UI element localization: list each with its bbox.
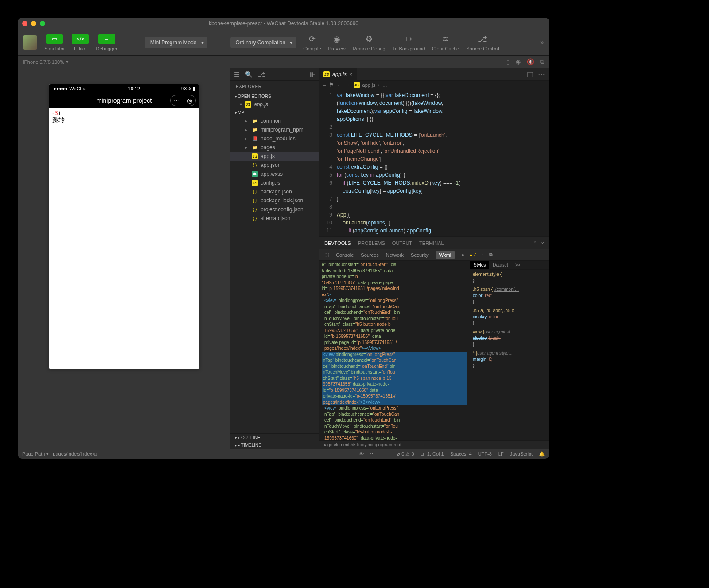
devtab-output[interactable]: OUTPUT xyxy=(392,240,412,246)
spaces-item[interactable]: Spaces: 4 xyxy=(450,451,472,457)
file-app.wxss[interactable]: ☗app.wxss xyxy=(230,170,319,178)
devtab-terminal[interactable]: TERMINAL xyxy=(419,240,444,246)
devtools-panel: DEVTOOLSPROBLEMSOUTPUTTERMINAL⌃× ⬚Consol… xyxy=(319,236,549,449)
bell-icon[interactable]: 🔔 xyxy=(539,451,545,457)
file-pages[interactable]: ▸📁pages xyxy=(230,143,319,152)
file-config.js[interactable]: JSconfig.js xyxy=(230,178,319,187)
simulator-panel: ●●●●● WeChat 16:12 93% ▮ miniprogram-pro… xyxy=(18,68,230,449)
file-app.json[interactable]: { }app.json xyxy=(230,161,319,170)
window-title: kbone-template-preact - WeChat Devtools … xyxy=(18,20,549,27)
editor-tabs: JSapp.js× ◫ ⋯ xyxy=(319,68,549,81)
eol-item[interactable]: LF xyxy=(498,451,504,457)
file-project.config.json[interactable]: { }project.config.json xyxy=(230,205,319,214)
device-icon[interactable]: ▯ xyxy=(506,58,510,66)
record-icon[interactable]: ◉ xyxy=(516,58,521,66)
subtab-wxml[interactable]: Wxml xyxy=(436,251,455,259)
file-app.js[interactable]: JSapp.js xyxy=(230,152,319,161)
toggle-panel-icon[interactable]: ≡ xyxy=(323,81,326,88)
source-control-button[interactable]: ⎇Source Control xyxy=(466,34,499,51)
styles-tab->>[interactable]: >> xyxy=(512,261,524,269)
styles-tab-dataset[interactable]: Dataset xyxy=(489,261,511,269)
debugger-button[interactable]: ≡Debugger xyxy=(96,34,117,51)
styles-panel: StylesDataset>> element.style {}.h5-span… xyxy=(470,261,549,440)
chevron-down-icon[interactable]: ▾ xyxy=(66,59,69,65)
counter-value: -3 xyxy=(52,109,58,116)
cursor-pos[interactable]: Ln 1, Col 1 xyxy=(421,451,444,457)
inspect-icon[interactable]: ⬚ xyxy=(324,252,329,258)
explorer-icon[interactable]: ☰ xyxy=(234,71,240,78)
open-editors-section[interactable]: OPEN EDITORS xyxy=(230,93,319,100)
device-toolbar: iPhone 6/7/8 100% ▾ ▯ ◉ 🔇 ⧉ xyxy=(18,56,549,68)
file-miniprogram_npm[interactable]: ▸📁miniprogram_npm xyxy=(230,125,319,134)
remote-debug-button[interactable]: ⚙Remote Debug xyxy=(353,34,386,51)
scm-icon[interactable]: ⎇ xyxy=(258,71,265,78)
lang-item[interactable]: JavaScript xyxy=(510,451,533,457)
subtab-security[interactable]: Security xyxy=(411,252,429,258)
editor-button[interactable]: </>Editor xyxy=(72,34,89,51)
editor-more-icon[interactable]: ⋯ xyxy=(538,70,545,78)
jump-link[interactable]: 跳转 xyxy=(52,116,196,124)
breadcrumb[interactable]: app.js xyxy=(362,82,375,88)
close-tab-icon[interactable]: × xyxy=(349,71,352,77)
page-path-item[interactable]: Page Path ▾ | pages/index/index ⧉ xyxy=(22,451,97,457)
search-icon[interactable]: 🔍 xyxy=(245,71,253,78)
open-editor-item[interactable]: × JS app.js xyxy=(230,100,319,109)
problems-item[interactable]: ⊘0 ⚠0 xyxy=(396,451,414,457)
compile-button[interactable]: ⟳Compile xyxy=(303,34,321,51)
split-editor-icon[interactable]: ◫ xyxy=(527,70,534,78)
miniprogram-title: miniprogram-project xyxy=(97,97,152,104)
timeline-section[interactable]: ▸ TIMELINE xyxy=(230,441,319,449)
encoding-item[interactable]: UTF-8 xyxy=(478,451,492,457)
panel-close-icon[interactable]: × xyxy=(541,240,544,246)
panel-up-icon[interactable]: ⌃ xyxy=(533,240,537,246)
file-sitemap.json[interactable]: { }sitemap.json xyxy=(230,214,319,223)
subtab-sources[interactable]: Sources xyxy=(361,252,378,258)
bookmark-icon[interactable]: ⚑ xyxy=(329,81,334,88)
workspace-root[interactable]: MP xyxy=(230,109,319,116)
titlebar: kbone-template-preact - WeChat Devtools … xyxy=(18,18,549,29)
status-more-icon[interactable]: ⋯ xyxy=(370,451,375,457)
file-node_modules[interactable]: ▸📕node_modules xyxy=(230,134,319,143)
clear-cache-button[interactable]: ≋Clear Cache xyxy=(432,34,459,51)
code-editor[interactable]: 1234567891011 var fakeWindow = {};var fa… xyxy=(319,89,549,236)
nav-forward-icon[interactable]: → xyxy=(345,81,351,88)
outline-section[interactable]: ▸ OUTLINE xyxy=(230,433,319,441)
editor-panel: JSapp.js× ◫ ⋯ ≡ ⚑ ← → JS app.js › … 1234… xyxy=(319,68,549,449)
file-tree: ▸📁common▸📁miniprogram_npm▸📕node_modules▸… xyxy=(230,116,319,433)
phone-frame: ●●●●● WeChat 16:12 93% ▮ miniprogram-pro… xyxy=(49,84,199,369)
copy-icon[interactable]: ⧉ xyxy=(540,58,544,66)
devtab-devtools[interactable]: DEVTOOLS xyxy=(324,240,351,246)
styles-tab-styles[interactable]: Styles xyxy=(470,261,489,269)
simulator-viewport[interactable]: -3+ 跳转 xyxy=(49,108,199,369)
editor-tab-appjs[interactable]: JSapp.js× xyxy=(319,68,357,81)
mode-dropdown[interactable]: Mini Program Mode xyxy=(145,37,207,48)
preview-button[interactable]: ◉Preview xyxy=(328,34,346,51)
to-background-button[interactable]: ↦To Background xyxy=(393,34,425,51)
wxml-breadcrumb[interactable]: page element.h5-body.miniprogram-root xyxy=(323,442,401,447)
mute-icon[interactable]: 🔇 xyxy=(527,58,534,66)
explorer-panel: ☰ 🔍 ⎇ ⊪ EXPLORER OPEN EDITORS × JS app.j… xyxy=(230,68,319,449)
file-package.json[interactable]: { }package.json xyxy=(230,187,319,196)
device-select[interactable]: iPhone 6/7/8 100% xyxy=(23,59,64,65)
app-window: kbone-template-preact - WeChat Devtools … xyxy=(18,18,549,459)
subtab-network[interactable]: Network xyxy=(386,252,404,258)
compilation-dropdown[interactable]: Ordinary Compilation xyxy=(230,37,296,48)
battery-label: 93% ▮ xyxy=(181,86,195,92)
capsule-menu-icon[interactable]: ⋯ xyxy=(171,95,183,106)
file-common[interactable]: ▸📁common xyxy=(230,116,319,125)
simulator-button[interactable]: ▭Simulator xyxy=(44,34,65,51)
panel-more-icon[interactable]: ⊪ xyxy=(310,71,315,78)
eye-icon[interactable]: 👁 xyxy=(359,451,364,456)
carrier-label: ●●●●● WeChat xyxy=(53,86,87,92)
subtab-console[interactable]: Console xyxy=(336,252,354,258)
capsule-close-icon[interactable]: ◎ xyxy=(183,95,195,106)
more-icon[interactable]: » xyxy=(540,39,544,46)
file-package-lock.json[interactable]: { }package-lock.json xyxy=(230,196,319,205)
wxml-tree[interactable]: e" bindtouchstart="onTouchStart" cla 5-d… xyxy=(319,261,470,440)
phone-time: 16:12 xyxy=(128,86,140,92)
nav-back-icon[interactable]: ← xyxy=(337,81,343,88)
explorer-title: EXPLORER xyxy=(230,81,319,93)
devtab-problems[interactable]: PROBLEMS xyxy=(358,240,385,246)
user-avatar[interactable] xyxy=(23,35,37,50)
status-bar: Page Path ▾ | pages/index/index ⧉ 👁 ⋯ ⊘0… xyxy=(18,449,549,459)
